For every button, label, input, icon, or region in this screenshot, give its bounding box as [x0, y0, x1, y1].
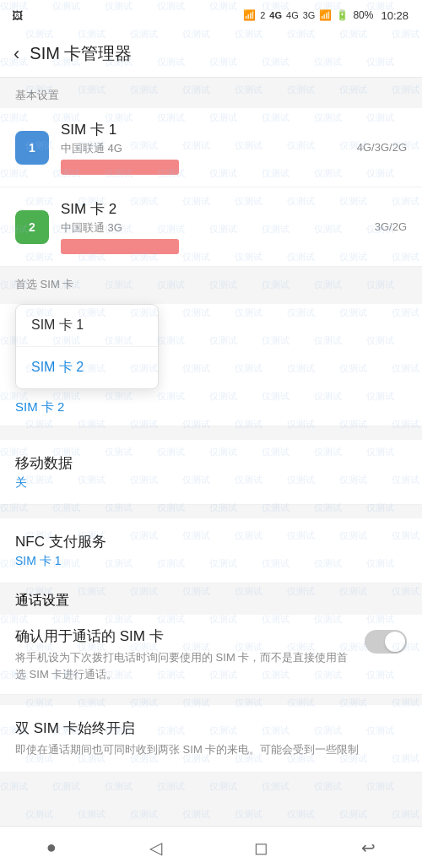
- mobile-data-title: 移动数据: [15, 453, 407, 473]
- lte-icon: 4G: [269, 10, 282, 20]
- nav-back-button[interactable]: ●: [26, 831, 77, 864]
- page-header: ‹ SIM 卡管理器: [0, 30, 422, 78]
- mobile-data-item[interactable]: 移动数据 关: [0, 440, 422, 505]
- status-bar: 🖼 📶 2 4G 4G 3G 📶 🔋 80% 10:28: [0, 0, 422, 30]
- sim2-info: SIM 卡 2 中国联通 3G: [61, 199, 375, 254]
- nav-home-button[interactable]: ◻: [234, 831, 289, 865]
- sim1-name: SIM 卡 1: [61, 120, 357, 139]
- mobile-data-value: 关: [15, 475, 407, 491]
- call-settings-section-header: 通话设置: [0, 583, 422, 615]
- status-right: 📶 2 4G 4G 3G 📶 🔋 80% 10:28: [243, 9, 408, 22]
- dual-sim-desc: 即使在通话期间也可同时收到两张 SIM 卡的来电。可能会受到一些限制: [15, 741, 407, 758]
- sim1-signal: 4G: [286, 10, 299, 20]
- dual-sim-spacer: [0, 695, 422, 705]
- confirm-sim-toggle[interactable]: [365, 630, 407, 654]
- sim2-name: SIM 卡 2: [61, 199, 375, 219]
- sim1-number-redacted: [61, 160, 179, 175]
- dropdown-option-sim1[interactable]: SIM 卡 1: [16, 305, 158, 347]
- confirm-sim-title: 确认用于通话的 SIM 卡: [15, 627, 351, 646]
- 3g-icon: 3G: [303, 10, 316, 20]
- nav-bar: ● ◁ ◻ ↩: [0, 826, 422, 868]
- dropdown-option-sim2[interactable]: SIM 卡 2: [16, 347, 158, 388]
- basic-settings-header: 基本设置: [0, 78, 422, 108]
- preferred-sim-dropdown-container: SIM 卡 1 SIM 卡 2: [0, 304, 422, 389]
- sim2-signal: 2: [260, 10, 265, 20]
- preferred-sim-header: 首选 SIM 卡: [0, 267, 422, 297]
- dual-sim-section: 双 SIM 卡始终开启 即使在通话期间也可同时收到两张 SIM 卡的来电。可能会…: [0, 705, 422, 773]
- nfc-payment-item[interactable]: NFC 支付服务 SIM 卡 1: [0, 518, 422, 583]
- sim2-network: 3G/2G: [375, 220, 407, 233]
- preferred-sim-value[interactable]: SIM 卡 2: [0, 389, 422, 426]
- dropdown-popup: SIM 卡 1 SIM 卡 2: [15, 304, 159, 389]
- sim1-info: SIM 卡 1 中国联通 4G: [61, 120, 357, 175]
- battery-percent: 80%: [353, 9, 373, 21]
- status-left: 🖼: [12, 9, 23, 22]
- nav-return-button[interactable]: ↩: [341, 831, 396, 865]
- wifi-icon: 📶: [243, 9, 256, 21]
- nav-recent-button[interactable]: ◁: [129, 831, 182, 865]
- sim2-icon: 2: [15, 210, 49, 244]
- sim2-item[interactable]: 2 SIM 卡 2 中国联通 3G 3G/2G: [0, 187, 422, 267]
- nfc-payment-title: NFC 支付服务: [15, 532, 407, 551]
- photo-icon: 🖼: [12, 9, 23, 22]
- page-title: SIM 卡管理器: [30, 42, 132, 65]
- nfc-section-spacer: [0, 505, 422, 518]
- sim1-icon: 1: [15, 131, 49, 165]
- sim2-carrier: 中国联通 3G: [61, 220, 375, 236]
- dual-sim-title: 双 SIM 卡始终开启: [15, 719, 407, 738]
- nfc-payment-value: SIM 卡 1: [15, 554, 407, 569]
- battery-icon: 🔋: [336, 9, 349, 21]
- back-button[interactable]: ‹: [14, 43, 19, 65]
- sim2-number-redacted: [61, 239, 179, 254]
- mobile-data-section-spacer: [0, 426, 422, 440]
- sim1-network: 4G/3G/2G: [357, 141, 407, 154]
- time-display: 10:28: [381, 9, 408, 22]
- confirm-sim-desc: 将手机设为下次拨打电话时询问要使用的 SIM 卡，而不是直接使用首选 SIM 卡…: [15, 649, 351, 682]
- sim1-item[interactable]: 1 SIM 卡 1 中国联通 4G 4G/3G/2G: [0, 108, 422, 187]
- sim1-carrier: 中国联通 4G: [61, 141, 357, 156]
- confirm-sim-content: 确认用于通话的 SIM 卡 将手机设为下次拨打电话时询问要使用的 SIM 卡，而…: [15, 627, 365, 682]
- confirm-sim-row: 确认用于通话的 SIM 卡 将手机设为下次拨打电话时询问要使用的 SIM 卡，而…: [0, 615, 422, 695]
- signal-bars: 📶: [319, 9, 332, 21]
